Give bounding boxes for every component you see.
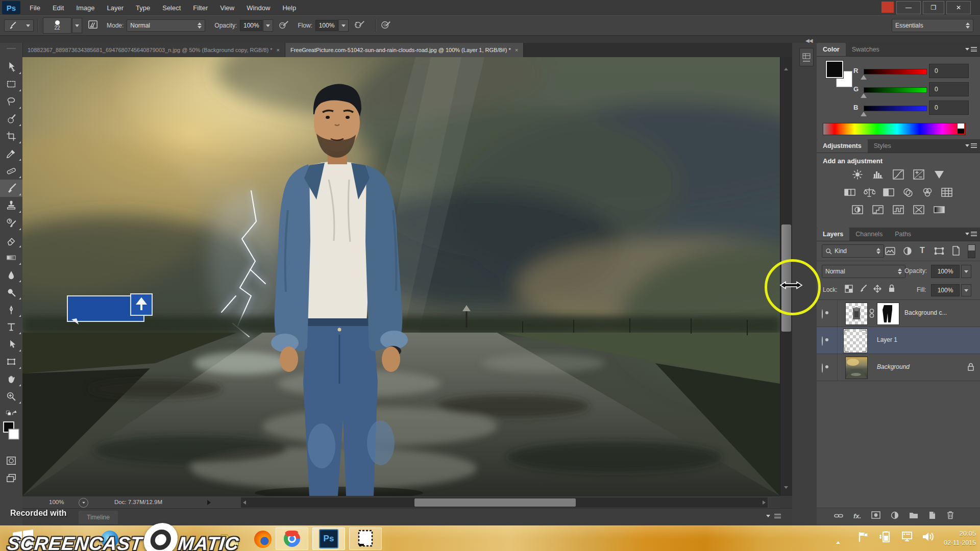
channel-mixer-icon[interactable] (921, 187, 934, 199)
tab-close-icon[interactable]: × (515, 47, 518, 53)
filter-image-layers-icon[interactable] (885, 246, 895, 258)
minimize-button[interactable]: — (896, 1, 921, 14)
menu-image[interactable]: Image (76, 4, 94, 12)
menu-view[interactable]: View (220, 4, 234, 12)
photoshop-taskbar-button[interactable]: Ps (312, 528, 345, 550)
type-tool[interactable] (0, 318, 22, 336)
timeline-panel-options-icon[interactable] (766, 514, 781, 518)
blue-slider-track[interactable] (864, 106, 927, 111)
document-tab-2[interactable]: FreeGreatPicture.com-51042-sun-and-rain-… (285, 43, 524, 57)
flow-dropdown-arrow[interactable] (338, 19, 349, 32)
collapsed-panel-icon[interactable] (799, 48, 814, 66)
horizontal-scroll-thumb[interactable] (414, 498, 576, 507)
lock-transparency-icon[interactable] (844, 284, 853, 295)
hue-saturation-icon[interactable] (844, 187, 856, 199)
new-adjustment-layer-icon[interactable] (891, 511, 899, 521)
healing-brush-tool[interactable] (0, 162, 22, 180)
airbrush-icon[interactable] (354, 19, 366, 32)
visibility-eye-icon[interactable] (822, 337, 823, 346)
battery-icon[interactable] (879, 531, 892, 545)
layer-name[interactable]: Background (877, 363, 910, 370)
menu-layer[interactable]: Layer (107, 4, 124, 12)
brush-size-dropdown-arrow[interactable] (72, 18, 82, 33)
scroll-right-arrow[interactable] (763, 500, 766, 505)
lasso-tool[interactable] (0, 93, 22, 110)
layer-row-layer1[interactable]: Layer 1 (817, 327, 980, 354)
pressure-opacity-icon[interactable] (278, 19, 289, 32)
selective-color-icon[interactable] (913, 205, 925, 217)
show-hidden-icons-arrow[interactable] (836, 533, 840, 542)
toolbar-grip[interactable] (0, 43, 22, 51)
document-canvas[interactable] (22, 57, 780, 496)
opacity-dropdown-arrow[interactable] (263, 19, 273, 32)
foreground-background-swatches[interactable] (0, 419, 22, 443)
vibrance-icon[interactable] (933, 169, 945, 182)
tab-timeline[interactable]: Timeline (79, 511, 118, 524)
status-menu-arrow[interactable] (207, 500, 211, 505)
volume-icon[interactable] (922, 531, 935, 545)
curves-icon[interactable] (892, 169, 904, 182)
fill-value[interactable]: 100% (931, 284, 960, 296)
tab-layers[interactable]: Layers (817, 228, 849, 241)
opacity-value[interactable]: 100% (240, 20, 262, 31)
spectrum-black-chip[interactable] (958, 129, 964, 134)
blur-tool[interactable] (0, 266, 22, 284)
layer-filter-kind-dropdown[interactable]: Kind (822, 244, 884, 258)
tab-paths[interactable]: Paths (889, 228, 917, 241)
menu-file[interactable]: File (30, 4, 40, 12)
network-icon[interactable] (900, 531, 915, 545)
brush-size-preview[interactable]: 22 (43, 17, 71, 34)
visibility-eye-icon[interactable] (822, 364, 823, 373)
menu-select[interactable]: Select (162, 4, 181, 12)
gradient-tool[interactable] (0, 249, 22, 266)
delete-layer-trash-icon[interactable] (946, 511, 954, 521)
green-slider-thumb[interactable] (861, 93, 867, 98)
document-tab-1[interactable]: 10882367_889873634385681_694768074564087… (22, 43, 285, 57)
green-slider-track[interactable] (864, 87, 927, 93)
threshold-icon[interactable] (892, 205, 904, 217)
rectangle-shape-tool[interactable] (0, 353, 22, 370)
fill-dropdown-arrow[interactable] (961, 284, 971, 296)
filter-adjustment-layers-icon[interactable] (902, 246, 913, 258)
horizontal-scrollbar[interactable] (241, 497, 768, 508)
screen-mode-icon[interactable] (0, 469, 22, 487)
dodge-tool[interactable] (0, 284, 22, 301)
layer-thumbnail[interactable] (845, 303, 868, 325)
layers-opacity-value[interactable]: 100% (931, 265, 960, 278)
selection-app-taskbar-button[interactable] (349, 528, 382, 550)
menu-filter[interactable]: Filter (193, 4, 208, 12)
new-layer-icon[interactable] (928, 511, 936, 521)
add-layer-mask-icon[interactable] (871, 511, 880, 521)
filter-smart-object-icon[interactable] (951, 246, 961, 258)
rectangular-marquee-tool[interactable] (0, 76, 22, 93)
blue-value-field[interactable]: 0 (929, 101, 969, 115)
tab-channels[interactable]: Channels (849, 228, 889, 241)
layer-styles-fx-icon[interactable]: fx. (853, 512, 861, 520)
tab-close-icon[interactable]: × (276, 47, 279, 53)
crop-tool[interactable] (0, 128, 22, 145)
quick-mask-icon[interactable] (0, 452, 22, 469)
invert-icon[interactable] (851, 205, 864, 217)
flow-value[interactable]: 100% (315, 20, 338, 31)
color-spectrum-ramp[interactable] (823, 123, 966, 135)
layers-opacity-dropdown-arrow[interactable] (961, 265, 971, 278)
restore-button[interactable]: ❐ (923, 1, 944, 14)
eraser-tool[interactable] (0, 232, 22, 249)
layer-thumbnail[interactable] (843, 329, 868, 353)
zoom-level[interactable]: 100% (49, 499, 64, 505)
lock-position-icon[interactable] (873, 284, 882, 295)
color-panel-menu-icon[interactable] (965, 47, 977, 52)
path-selection-tool[interactable] (0, 336, 22, 353)
history-brush-tool[interactable] (0, 214, 22, 232)
brightness-contrast-icon[interactable] (851, 169, 864, 182)
red-slider-thumb[interactable] (861, 75, 867, 80)
layer-name[interactable]: Background c... (904, 309, 947, 316)
exposure-icon[interactable] (913, 169, 925, 182)
tab-color[interactable]: Color (817, 43, 846, 56)
filter-type-layers-icon[interactable]: T (920, 246, 925, 255)
clone-stamp-tool[interactable] (0, 197, 22, 214)
layer-row-background-copy[interactable]: Background c... (817, 300, 980, 327)
menu-window[interactable]: Window (247, 4, 270, 12)
menu-type[interactable]: Type (136, 4, 150, 12)
posterize-icon[interactable] (872, 205, 884, 217)
